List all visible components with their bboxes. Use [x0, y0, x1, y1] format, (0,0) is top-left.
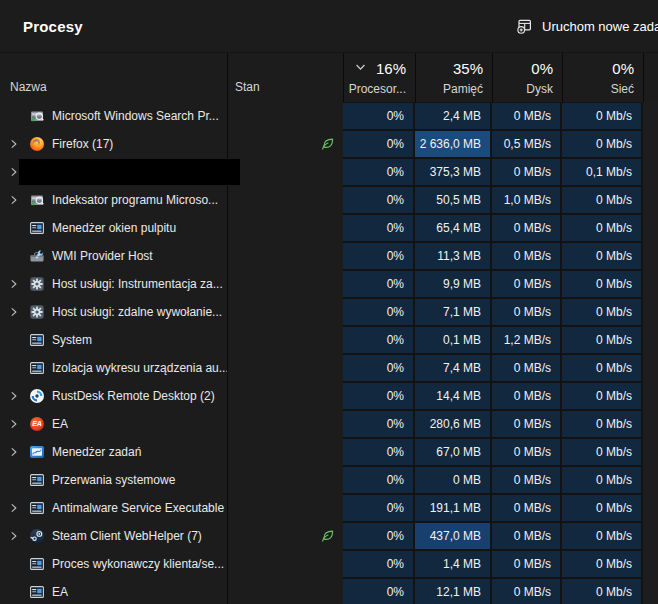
- scrollbar-gutter: [643, 130, 658, 158]
- process-name: Przerwania systemowe: [52, 473, 175, 487]
- network-cell: 0,1 Mb/s: [562, 159, 641, 185]
- process-name: Indeksator programu Microso...: [52, 193, 218, 207]
- scrollbar-gutter: [643, 158, 658, 186]
- process-row[interactable]: Indeksator programu Microso...0%50,5 MB1…: [0, 186, 658, 214]
- memory-cell: 50,5 MB: [415, 187, 490, 213]
- process-status-cell: [227, 382, 343, 410]
- column-label-cpu: Procesor...: [349, 83, 406, 95]
- column-header-network[interactable]: 0% Sieć: [562, 53, 643, 102]
- disk-cell: 0 MB/s: [492, 243, 560, 269]
- process-name: Firefox (17): [52, 137, 113, 151]
- chevron-right-icon[interactable]: [8, 446, 20, 458]
- column-label-memory: Pamięć: [443, 83, 483, 95]
- scrollbar-gutter: [643, 186, 658, 214]
- disk-cell: 0 MB/s: [492, 271, 560, 297]
- run-new-task-button[interactable]: Uruchom nowe zadanie: [516, 0, 658, 52]
- task-manager-window: Procesy Uruchom nowe zadanie Nazwa Stan …: [0, 0, 658, 604]
- cpu-cell: 0%: [343, 131, 413, 157]
- process-row[interactable]: Menedżer zadań0%67,0 MB0 MB/s0 Mb/s: [0, 438, 658, 466]
- disk-cell: 0 MB/s: [492, 383, 560, 409]
- process-status-cell: [227, 522, 343, 550]
- cpu-cell: 0%: [343, 243, 413, 269]
- process-row[interactable]: EA0%12,1 MB0 MB/s0 Mb/s: [0, 578, 658, 604]
- chevron-right-icon[interactable]: [8, 138, 20, 150]
- process-row[interactable]: Host usługi: Instrumentacja za...0%9,9 M…: [0, 270, 658, 298]
- column-label-disk: Dysk: [526, 83, 553, 95]
- page-header: Procesy Uruchom nowe zadanie: [0, 0, 658, 52]
- window-icon: [29, 584, 45, 600]
- column-header-name[interactable]: Nazwa: [0, 53, 227, 102]
- scrollbar-gutter: [643, 242, 658, 270]
- memory-cell: 9,9 MB: [415, 271, 490, 297]
- column-label-network: Sieć: [611, 83, 634, 95]
- scrollbar-gutter: [643, 298, 658, 326]
- process-status-cell: [227, 242, 343, 270]
- memory-cell: 14,4 MB: [415, 383, 490, 409]
- new-task-icon: [516, 17, 534, 35]
- disk-cell: 0 MB/s: [492, 355, 560, 381]
- column-header-status[interactable]: Stan: [227, 53, 343, 102]
- process-row[interactable]: Izolacja wykresu urządzenia au...0%7,4 M…: [0, 354, 658, 382]
- process-row[interactable]: WMI Provider Host0%11,3 MB0 MB/s0 Mb/s: [0, 242, 658, 270]
- disk-cell: 0 MB/s: [492, 439, 560, 465]
- column-label-name: Nazwa: [10, 80, 47, 94]
- memory-cell: 437,0 MB: [415, 523, 490, 549]
- memory-cell: 191,1 MB: [415, 495, 490, 521]
- process-status-cell: [227, 550, 343, 578]
- cpu-cell: 0%: [343, 411, 413, 437]
- process-row[interactable]: 0%375,3 MB0 MB/s0,1 Mb/s: [0, 158, 658, 186]
- column-header-cpu[interactable]: 16% Procesor...: [343, 53, 415, 102]
- process-row[interactable]: RustDesk Remote Desktop (2)0%14,4 MB0 MB…: [0, 382, 658, 410]
- process-row[interactable]: Firefox (17)0%2 636,0 MB0,5 MB/s0 Mb/s: [0, 130, 658, 158]
- chevron-right-icon[interactable]: [8, 502, 20, 514]
- svg-text:EA: EA: [32, 420, 42, 427]
- gear-icon: [29, 304, 45, 320]
- cpu-cell: 0%: [343, 383, 413, 409]
- process-row[interactable]: Proces wykonawczy klienta/se...0%1,4 MB0…: [0, 550, 658, 578]
- process-name-cell: Izolacja wykresu urządzenia au...: [0, 354, 227, 382]
- scrollbar-gutter: [643, 410, 658, 438]
- chevron-right-icon[interactable]: [8, 194, 20, 206]
- process-name: Menedżer okien pulpitu: [52, 221, 176, 235]
- process-name-cell: WMI Provider Host: [0, 242, 227, 270]
- process-status-cell: [227, 130, 343, 158]
- process-name: EA: [52, 417, 68, 431]
- cpu-cell: 0%: [343, 159, 413, 185]
- process-status-cell: [227, 186, 343, 214]
- cpu-cell: 0%: [343, 327, 413, 353]
- cpu-cell: 0%: [343, 215, 413, 241]
- process-row[interactable]: Microsoft Windows Search Pr...0%2,4 MB0 …: [0, 102, 658, 130]
- process-status-cell: [227, 410, 343, 438]
- network-total-value: 0%: [612, 61, 634, 76]
- process-status-cell: [227, 102, 343, 130]
- column-header-memory[interactable]: 35% Pamięć: [415, 53, 492, 102]
- chevron-right-icon[interactable]: [8, 278, 20, 290]
- process-name-cell: Menedżer okien pulpitu: [0, 214, 227, 242]
- chevron-right-icon[interactable]: [8, 418, 20, 430]
- process-row[interactable]: Host usługi: zdalne wywołanie...0%7,1 MB…: [0, 298, 658, 326]
- chevron-right-icon[interactable]: [8, 390, 20, 402]
- network-cell: 0 Mb/s: [562, 243, 641, 269]
- process-row[interactable]: Antimalware Service Executable0%191,1 MB…: [0, 494, 658, 522]
- process-row[interactable]: Przerwania systemowe0%0 MB0 MB/s0 Mb/s: [0, 466, 658, 494]
- process-name-cell: Host usługi: Instrumentacja za...: [0, 270, 227, 298]
- chevron-right-icon[interactable]: [8, 306, 20, 318]
- process-row[interactable]: EAEA0%280,6 MB0 MB/s0 Mb/s: [0, 410, 658, 438]
- process-name: Microsoft Windows Search Pr...: [52, 109, 219, 123]
- scrollbar-gutter: [643, 102, 658, 130]
- process-row[interactable]: Steam Client WebHelper (7)0%437,0 MB0 MB…: [0, 522, 658, 550]
- disk-cell: 0 MB/s: [492, 523, 560, 549]
- process-name: Host usługi: Instrumentacja za...: [52, 277, 223, 291]
- memory-cell: 2 636,0 MB: [415, 131, 490, 157]
- scrollbar-gutter: [643, 522, 658, 550]
- network-cell: 0 Mb/s: [562, 439, 641, 465]
- chevron-right-icon[interactable]: [8, 530, 20, 542]
- window-icon: [29, 472, 45, 488]
- process-row[interactable]: Menedżer okien pulpitu0%65,4 MB0 MB/s0 M…: [0, 214, 658, 242]
- process-name-cell: System: [0, 326, 227, 354]
- column-header-disk[interactable]: 0% Dysk: [492, 53, 562, 102]
- process-name-cell: RustDesk Remote Desktop (2): [0, 382, 227, 410]
- process-name: Host usługi: zdalne wywołanie...: [52, 305, 222, 319]
- process-row[interactable]: System0%0,1 MB1,2 MB/s0 Mb/s: [0, 326, 658, 354]
- process-status-cell: [227, 298, 343, 326]
